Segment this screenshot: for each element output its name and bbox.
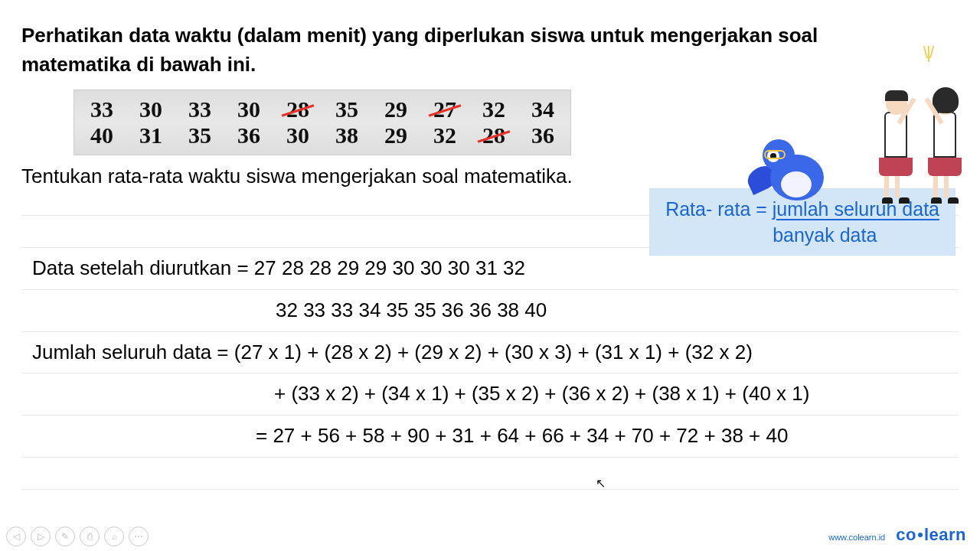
zoom-button[interactable]: ⌕ (104, 527, 124, 546)
video-controls: ◁ ▷ ✎ ⎙ ⌕ ⋯ (6, 527, 149, 546)
data-cell-struck: 28 (479, 122, 509, 148)
data-cell: 31 (136, 122, 166, 148)
sparkle-icon: \ | / (923, 43, 931, 63)
data-cell: 29 (381, 122, 411, 148)
data-cell: 30 (136, 96, 166, 122)
brand-logo: colearn (896, 525, 966, 545)
data-cell: 29 (381, 96, 411, 122)
data-cell: 32 (430, 122, 460, 148)
prev-button[interactable]: ◁ (6, 527, 26, 546)
data-cell: 36 (528, 122, 558, 148)
more-button[interactable]: ⋯ (129, 527, 149, 546)
data-cell: 33 (87, 96, 117, 122)
sum-line-2: + (33 x 2) + (34 x 1) + (35 x 2) + (36 x… (21, 373, 959, 416)
data-cell: 33 (185, 96, 215, 122)
data-row-1: 33 30 33 30 28 35 29 27 32 34 (87, 96, 558, 122)
data-cell-struck: 28 (283, 96, 313, 122)
data-cell: 30 (234, 96, 264, 122)
bottom-bar: ◁ ▷ ✎ ⎙ ⌕ ⋯ www.colearn.id colearn (0, 517, 980, 551)
data-cell: 35 (332, 96, 362, 122)
cursor-icon: ↖ (596, 476, 606, 491)
data-cell: 36 (234, 122, 264, 148)
next-button[interactable]: ▷ (31, 527, 51, 546)
data-row-2: 40 31 35 36 30 38 29 32 28 36 (87, 122, 558, 148)
illustration: \ | / (747, 43, 974, 204)
data-cell: 38 (332, 122, 362, 148)
data-cell: 32 (479, 96, 509, 122)
sorted-data-line-2: 32 33 33 34 35 35 36 36 38 40 (21, 290, 959, 332)
sum-line-1: Jumlah seluruh data = (27 x 1) + (28 x 2… (21, 332, 959, 374)
data-cell: 35 (185, 122, 215, 148)
site-url: www.colearn.id (828, 533, 885, 542)
formula-denominator: banyak data (665, 223, 939, 249)
pan-button[interactable]: ⎙ (80, 527, 100, 546)
data-cell-struck: 27 (430, 96, 460, 122)
data-cell: 40 (87, 122, 117, 148)
work-area: Rata- rata = jumlah seluruh data banyak … (21, 194, 959, 489)
student-girl-icon (928, 112, 962, 204)
student-boy-icon (879, 112, 913, 204)
pen-button[interactable]: ✎ (55, 527, 75, 546)
data-cell: 30 (283, 122, 313, 148)
problem-heading: Perhatikan data waktu (dalam menit) yang… (21, 21, 841, 79)
mascot-bird-icon (747, 129, 839, 205)
sum-line-3: = 27 + 56 + 58 + 90 + 31 + 64 + 66 + 34 … (21, 416, 959, 458)
data-cell: 34 (528, 96, 558, 122)
